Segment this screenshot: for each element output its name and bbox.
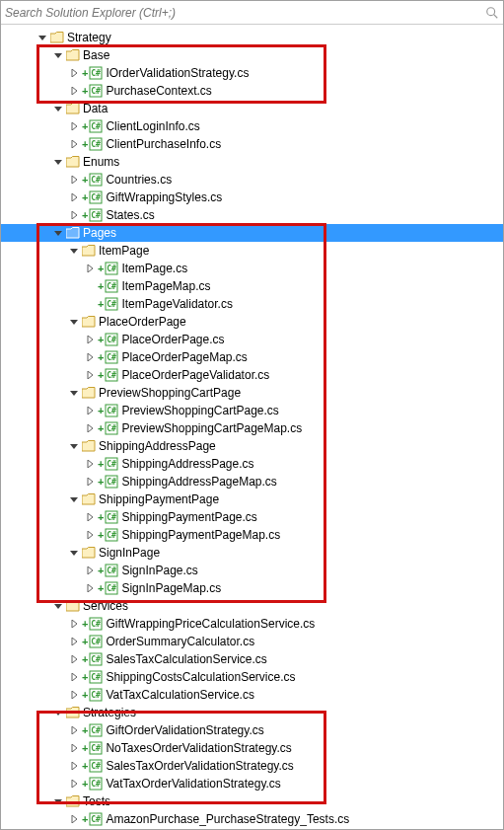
chevron-down-icon[interactable]: [52, 795, 64, 807]
chevron-right-icon[interactable]: [84, 511, 96, 523]
tree-file[interactable]: +C#SignInPage.cs: [1, 562, 503, 579]
chevron-right-icon[interactable]: [84, 565, 96, 576]
tree-folder[interactable]: SignInPage: [1, 544, 503, 562]
chevron-right-icon[interactable]: [84, 458, 96, 470]
chevron-down-icon[interactable]: [68, 387, 80, 399]
tree-folder[interactable]: Data: [1, 100, 503, 117]
search-input[interactable]: [5, 6, 485, 20]
chevron-right-icon[interactable]: [68, 778, 80, 790]
vcs-added-icon: +: [98, 334, 104, 345]
tree-folder[interactable]: Strategies: [1, 704, 503, 721]
tree-file[interactable]: +C#ItemPage.cs: [1, 260, 503, 277]
tree-file[interactable]: +C#ShippingPaymentPageMap.cs: [1, 526, 503, 544]
tree-item-label: Pages: [83, 226, 116, 240]
tree-file[interactable]: +C#PreviewShoppingCartPage.cs: [1, 402, 503, 419]
tree-file[interactable]: +C#PlaceOrderPageValidator.cs: [1, 366, 503, 384]
chevron-right-icon[interactable]: [68, 636, 80, 647]
tree-file[interactable]: +C#SalesTaxOrderValidationStrategy.cs: [1, 757, 503, 775]
search-icon[interactable]: [485, 6, 499, 20]
chevron-right-icon[interactable]: [68, 742, 80, 754]
chevron-right-icon[interactable]: [84, 582, 96, 594]
tree-file[interactable]: +C#OrderSummaryCalculator.cs: [1, 633, 503, 650]
chevron-down-icon[interactable]: [52, 707, 64, 718]
tree-file[interactable]: +C#ShippingAddressPage.cs: [1, 455, 503, 473]
chevron-down-icon[interactable]: [52, 156, 64, 168]
tree-folder[interactable]: Services: [1, 597, 503, 615]
tree-file[interactable]: +C#PurchaseContext.cs: [1, 82, 503, 100]
tree-file[interactable]: +C#ShippingPaymentPage.cs: [1, 508, 503, 526]
tree-folder[interactable]: Pages: [1, 224, 503, 242]
chevron-down-icon[interactable]: [68, 440, 80, 452]
svg-text:C#: C#: [92, 726, 102, 735]
tree-file[interactable]: +C#NoTaxesOrderValidationStrategy.cs: [1, 739, 503, 757]
tree-folder[interactable]: Base: [1, 46, 503, 64]
chevron-right-icon[interactable]: [68, 653, 80, 665]
chevron-right-icon[interactable]: [68, 191, 80, 203]
svg-text:C#: C#: [108, 513, 117, 522]
chevron-down-icon[interactable]: [52, 600, 64, 612]
chevron-right-icon[interactable]: [84, 351, 96, 363]
tree-file[interactable]: +C#Countries.cs: [1, 171, 503, 189]
tree-file[interactable]: +C#GiftWrappingPriceCalculationService.c…: [1, 615, 503, 633]
tree-file[interactable]: +C#ItemPageMap.cs: [1, 277, 503, 295]
chevron-down-icon[interactable]: [52, 103, 64, 114]
tree-file[interactable]: +C#ClientLoginInfo.cs: [1, 117, 503, 135]
vcs-added-icon: +: [82, 742, 88, 754]
tree-folder[interactable]: Enums: [1, 153, 503, 171]
chevron-right-icon[interactable]: [68, 760, 80, 772]
chevron-right-icon[interactable]: [68, 120, 80, 132]
tree-file[interactable]: +C#States.cs: [1, 206, 503, 224]
tree-file[interactable]: +C#AmazonPurchase_PurchaseStrategy_Tests…: [1, 810, 503, 828]
chevron-right-icon[interactable]: [68, 813, 80, 825]
tree-folder[interactable]: ItemPage: [1, 242, 503, 260]
chevron-down-icon[interactable]: [68, 245, 80, 257]
tree-folder[interactable]: ShippingAddressPage: [1, 437, 503, 455]
chevron-right-icon[interactable]: [84, 334, 96, 345]
chevron-down-icon[interactable]: [52, 227, 64, 239]
tree-item-label: SignInPage.cs: [121, 564, 197, 577]
tree-folder[interactable]: PreviewShoppingCartPage: [1, 384, 503, 402]
tree-folder[interactable]: Strategy: [1, 29, 503, 46]
chevron-right-icon[interactable]: [68, 85, 80, 97]
chevron-down-icon[interactable]: [68, 547, 80, 559]
tree-folder[interactable]: ShippingPaymentPage: [1, 490, 503, 508]
tree-file[interactable]: +C#ShippingAddressPageMap.cs: [1, 473, 503, 490]
csharp-file-icon: C#: [105, 368, 118, 382]
chevron-right-icon[interactable]: [84, 369, 96, 381]
chevron-right-icon[interactable]: [68, 724, 80, 736]
chevron-down-icon[interactable]: [36, 32, 48, 43]
tree-folder[interactable]: Tests: [1, 792, 503, 810]
chevron-right-icon[interactable]: [68, 138, 80, 150]
tree-file[interactable]: +C#VatTaxOrderValidationStrategy.cs: [1, 775, 503, 792]
chevron-right-icon[interactable]: [68, 671, 80, 683]
tree-item-label: Data: [83, 102, 108, 115]
tree-file[interactable]: +C#ClientPurchaseInfo.cs: [1, 135, 503, 153]
tree-file[interactable]: +C#ShippingCostsCalculationService.cs: [1, 668, 503, 686]
chevron-right-icon[interactable]: [84, 529, 96, 541]
tree-file[interactable]: +C#PlaceOrderPage.cs: [1, 331, 503, 348]
tree-file[interactable]: +C#VatTaxCalculationService.cs: [1, 686, 503, 704]
chevron-down-icon[interactable]: [68, 316, 80, 328]
chevron-right-icon[interactable]: [68, 67, 80, 79]
tree-file[interactable]: +C#GiftWrappingStyles.cs: [1, 189, 503, 206]
chevron-right-icon[interactable]: [68, 689, 80, 701]
chevron-down-icon[interactable]: [52, 49, 64, 61]
svg-text:C#: C#: [92, 140, 102, 149]
tree-file[interactable]: +C#SalesTaxCalculationService.cs: [1, 650, 503, 668]
csharp-file-icon: C#: [89, 670, 103, 684]
chevron-right-icon[interactable]: [68, 174, 80, 186]
chevron-down-icon[interactable]: [68, 493, 80, 505]
chevron-right-icon[interactable]: [68, 209, 80, 221]
tree-folder[interactable]: PlaceOrderPage: [1, 313, 503, 331]
tree-file[interactable]: +C#SignInPageMap.cs: [1, 579, 503, 597]
chevron-right-icon[interactable]: [68, 618, 80, 630]
tree-file[interactable]: +C#IOrderValidationStrategy.cs: [1, 64, 503, 82]
tree-file[interactable]: +C#ItemPageValidator.cs: [1, 295, 503, 313]
chevron-right-icon[interactable]: [84, 405, 96, 416]
tree-file[interactable]: +C#GiftOrderValidationStrategy.cs: [1, 721, 503, 739]
chevron-right-icon[interactable]: [84, 422, 96, 434]
chevron-right-icon[interactable]: [84, 263, 96, 274]
tree-file[interactable]: +C#PlaceOrderPageMap.cs: [1, 348, 503, 366]
chevron-right-icon[interactable]: [84, 476, 96, 488]
tree-file[interactable]: +C#PreviewShoppingCartPageMap.cs: [1, 419, 503, 437]
